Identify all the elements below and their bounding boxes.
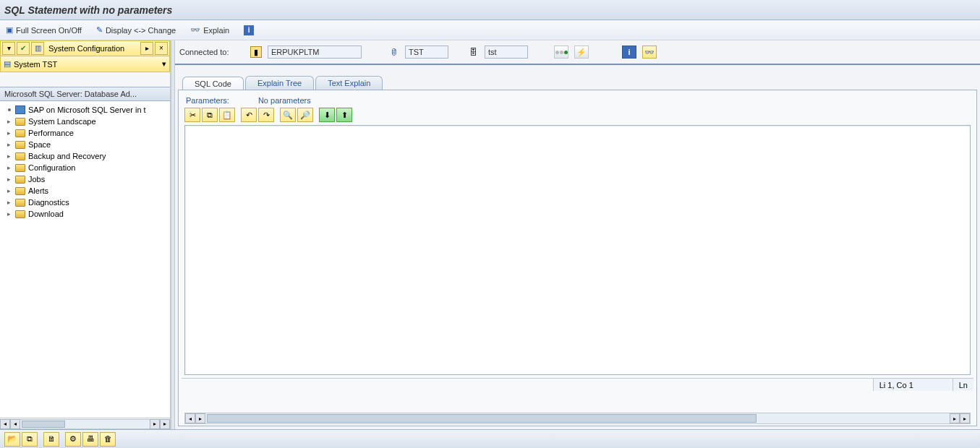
sql-editor[interactable] xyxy=(184,125,971,375)
folder-icon: 📂 xyxy=(7,435,17,443)
expand-icon[interactable]: ▸ xyxy=(6,211,12,217)
undo-icon: ↶ xyxy=(246,111,252,119)
sidebar-layout-button[interactable]: ▥ xyxy=(31,42,44,55)
expand-icon[interactable]: ▸ xyxy=(6,130,12,137)
footer-settings-button[interactable]: ⚙ xyxy=(65,432,81,447)
chevron-right-icon: ▸ xyxy=(145,45,149,52)
scroll-track[interactable] xyxy=(20,419,150,429)
reconnect-button[interactable]: ⚡ xyxy=(574,46,589,59)
scroll-right-button[interactable]: ▸ xyxy=(150,419,160,429)
printer-icon: 🖶 xyxy=(87,435,95,443)
scroll-right-button[interactable]: ▸ xyxy=(950,413,960,423)
sidebar-dropdown-button[interactable]: ▾ xyxy=(2,42,15,55)
tree-item-download[interactable]: ▸ Download xyxy=(0,208,170,220)
expand-icon[interactable]: ▸ xyxy=(6,165,12,171)
import-icon: ⬇ xyxy=(324,111,331,119)
redo-button[interactable]: ↷ xyxy=(258,108,274,122)
expand-icon[interactable]: ▸ xyxy=(6,153,12,160)
database-field[interactable] xyxy=(405,46,448,59)
paste-button[interactable]: 📋 xyxy=(219,108,235,122)
sidebar-toolbar: ▾ ✔ ▥ System Configuration ▸ × xyxy=(0,40,170,56)
fullscreen-toggle-button[interactable]: ▣ Full Screen On/Off xyxy=(6,26,82,35)
scroll-right-inner-button[interactable]: ▸ xyxy=(195,413,205,423)
folder-icon xyxy=(15,210,25,218)
folder-icon xyxy=(15,187,25,195)
chevron-down-icon: ▾ xyxy=(7,45,11,52)
scroll-thumb[interactable] xyxy=(207,414,757,423)
folder-icon xyxy=(15,141,25,149)
tree-item-diagnostics[interactable]: ▸ Diagnostics xyxy=(0,197,170,208)
tree-item-backup-recovery[interactable]: ▸ Backup and Recovery xyxy=(0,150,170,162)
folder-icon xyxy=(15,164,25,172)
check-icon: ✔ xyxy=(20,45,26,52)
tree-item-space[interactable]: ▸ Space xyxy=(0,139,170,150)
status-lights-button[interactable] xyxy=(554,46,568,59)
sidebar-next-button[interactable]: ▸ xyxy=(140,42,153,55)
undo-button[interactable]: ↶ xyxy=(241,108,257,122)
expand-icon[interactable]: ▸ xyxy=(6,199,12,206)
tree-item-sap-mssql[interactable]: SAP on Microsoft SQL Server in t xyxy=(0,104,170,116)
footer-print-button[interactable]: 🖶 xyxy=(82,432,98,447)
tree-item-configuration[interactable]: ▸ Configuration xyxy=(0,162,170,173)
find-button[interactable]: 🔍 xyxy=(280,108,296,122)
status-lines-label: Ln xyxy=(959,381,968,389)
find-next-button[interactable]: 🔎 xyxy=(297,108,313,122)
tree-item-performance[interactable]: ▸ Performance xyxy=(0,127,170,139)
info-panel-button[interactable]: i xyxy=(622,46,636,59)
glasses-button[interactable]: 👓 xyxy=(642,46,657,59)
sidebar-system-row[interactable]: ▤ System TST ▾ xyxy=(0,56,170,72)
sidebar-check-button[interactable]: ✔ xyxy=(17,42,30,55)
tree-item-label: SAP on Microsoft SQL Server in t xyxy=(28,105,146,114)
connection-label: Connected to: xyxy=(179,48,244,56)
tree-item-alerts[interactable]: ▸ Alerts xyxy=(0,185,170,197)
status-cursor-cell: Li 1, Co 1 xyxy=(873,379,953,391)
sidebar-close-button[interactable]: × xyxy=(155,42,168,55)
scroll-right-button-2[interactable]: ▸ xyxy=(160,419,170,429)
connection-row: Connected to: ▮ 🛢 🗄 ⚡ i 👓 xyxy=(175,40,980,65)
scroll-track[interactable] xyxy=(205,413,950,423)
trash-icon: 🗑 xyxy=(104,435,112,443)
scroll-left-button[interactable]: ◂ xyxy=(185,413,195,423)
info-button[interactable]: i xyxy=(244,25,254,35)
tab-sql-code[interactable]: SQL Code xyxy=(182,77,244,90)
sidebar-scrollbar[interactable]: ◂ ◂ ▸ ▸ xyxy=(0,418,170,429)
expand-icon[interactable]: ▸ xyxy=(6,142,12,148)
tree-item-jobs[interactable]: ▸ Jobs xyxy=(0,173,170,185)
tree-item-label: Jobs xyxy=(28,175,45,184)
explain-label: Explain xyxy=(203,26,229,35)
tree-item-system-landscape[interactable]: ▸ System Landscape xyxy=(0,116,170,127)
sidebar: ▾ ✔ ▥ System Configuration ▸ × ▤ System … xyxy=(0,40,171,429)
info-icon: i xyxy=(244,25,254,35)
scroll-left-button[interactable]: ◂ xyxy=(0,419,10,429)
scroll-thumb[interactable] xyxy=(22,421,65,428)
gear-icon: ⚙ xyxy=(69,435,77,443)
copy-button[interactable]: ⧉ xyxy=(202,108,218,122)
save-local-button[interactable]: ⬆ xyxy=(336,108,352,122)
server-field[interactable] xyxy=(268,46,362,59)
schema-field[interactable] xyxy=(485,46,528,59)
editor-toolbar: ✂ ⧉ 📋 ↶ ↷ 🔍 🔎 ⬇ ⬆ xyxy=(182,108,973,125)
tree-item-label: Configuration xyxy=(28,163,75,172)
load-button[interactable]: ⬇ xyxy=(319,108,335,122)
expand-icon[interactable]: ▸ xyxy=(6,188,12,194)
tree-item-label: System Landscape xyxy=(28,117,96,126)
explain-button[interactable]: 👓 Explain xyxy=(190,26,229,35)
scroll-end-button[interactable]: ▸ xyxy=(960,413,970,423)
sidebar-config-label[interactable]: System Configuration xyxy=(48,44,124,53)
cut-button[interactable]: ✂ xyxy=(184,108,200,122)
footer-delete-button[interactable]: 🗑 xyxy=(100,432,116,447)
sidebar-section-header: Microsoft SQL Server: Database Ad... xyxy=(0,87,170,101)
parameters-value: No parameters xyxy=(258,96,311,105)
content-scrollbar[interactable]: ◂ ▸ ▸ ▸ xyxy=(184,413,971,424)
expand-icon[interactable]: ▸ xyxy=(6,176,12,183)
footer-open-button[interactable]: 📂 xyxy=(4,432,20,447)
scroll-left-button-2[interactable]: ◂ xyxy=(10,419,20,429)
display-change-button[interactable]: ✎ Display <-> Change xyxy=(96,26,176,35)
tab-explain-tree[interactable]: Explain Tree xyxy=(245,76,314,90)
footer-copy-button[interactable]: ⧉ xyxy=(22,432,38,447)
sidebar-system-label: System TST xyxy=(14,60,57,69)
expand-icon[interactable]: ▸ xyxy=(6,119,12,125)
footer-new-button[interactable]: 🗎 xyxy=(43,432,59,447)
tab-text-explain[interactable]: Text Explain xyxy=(315,76,383,90)
content-area: Connected to: ▮ 🛢 🗄 ⚡ i 👓 SQL xyxy=(175,40,980,429)
